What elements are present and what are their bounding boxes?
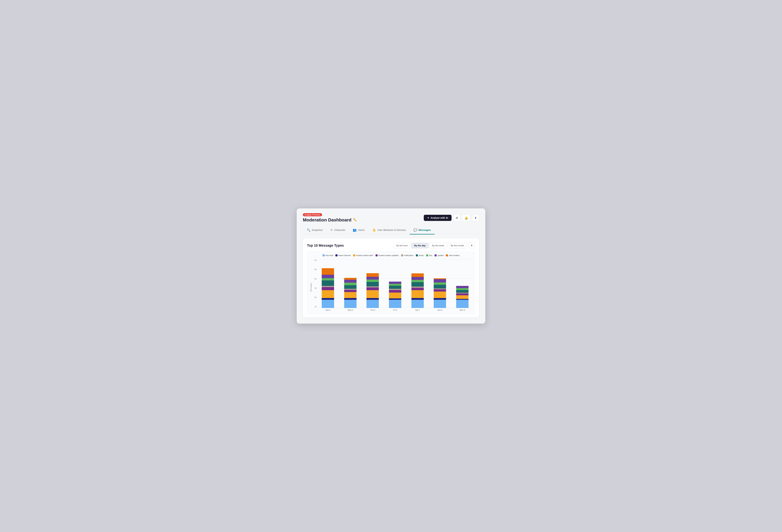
bar-segment: [389, 290, 401, 293]
messages-icon: 💬: [414, 228, 417, 232]
bar-segment: [434, 285, 446, 288]
chart-controls: By the hour By the day By the week By th…: [393, 242, 475, 249]
edit-icon[interactable]: ✏️: [353, 218, 357, 222]
tab-messages[interactable]: 💬 Messages: [410, 226, 435, 234]
users-icon: 👥: [353, 228, 357, 232]
filter-by-week[interactable]: By the week: [429, 243, 447, 249]
bar-segment: [322, 278, 334, 280]
bar-segment: [322, 287, 334, 290]
bar-segment: [389, 286, 401, 289]
tab-channels-label: Channels: [334, 228, 345, 231]
bar-segment: [389, 281, 401, 284]
bar-segment: [434, 282, 446, 285]
bar-segment: [344, 278, 357, 280]
y-label: 3K: [313, 287, 317, 289]
tab-users[interactable]: 👥 Users: [349, 226, 368, 234]
bar-group: Mon 9: [452, 281, 472, 311]
bar-segment: [344, 292, 357, 298]
analyze-button[interactable]: ✦ Analyze with AI: [424, 215, 452, 221]
time-filter-group: By the hour By the day By the week By th…: [393, 243, 467, 249]
bar-segment: [322, 280, 334, 286]
bar-x-label: Thu 5: [370, 309, 375, 311]
analyze-icon: ✦: [427, 217, 429, 219]
legend-item-notification: notification: [401, 254, 414, 256]
stacked-bar: [344, 269, 357, 308]
bar-segment: [322, 275, 334, 278]
bar-segment: [366, 279, 379, 282]
bar-segment: [344, 282, 357, 285]
stacked-bar: [322, 259, 334, 308]
bar-group: Sun 8: [430, 269, 450, 311]
chart-download-button[interactable]: ⬇: [468, 242, 475, 249]
bar-group: Fri 6: [385, 274, 405, 311]
top-bar: Insights Premium Moderation Dashboard ✏️…: [303, 213, 479, 223]
bar-x-label: Fri 6: [393, 309, 397, 311]
legend-item-leave-channel: leave-channel: [335, 254, 351, 256]
legend-color: [323, 254, 325, 256]
bar-segment: [412, 287, 424, 288]
bar-segment: [456, 294, 468, 295]
chart-wrapper: Messages 1K2K3K4K5K6K Sep 3Wed 4Thu 5Fri…: [310, 259, 472, 312]
bar-x-label: Sep 3: [325, 309, 330, 311]
download-icon: ⬇: [474, 216, 477, 220]
legend-color: [434, 254, 437, 256]
filter-by-hour[interactable]: By the hour: [393, 243, 411, 249]
legend-item-last.read: last.read: [323, 254, 333, 256]
bar-segment: [322, 290, 334, 298]
tab-user-behavior-label: User Behavior & Devices: [377, 228, 406, 231]
bar-x-label: Sun 8: [437, 309, 442, 311]
bar-segment: [412, 300, 424, 308]
bar-segment: [389, 298, 401, 300]
stacked-bar: [412, 264, 424, 308]
insights-premium-badge: Insights Premium: [303, 213, 322, 216]
y-label: 1K: [313, 306, 317, 308]
bar-segment: [366, 298, 379, 300]
bar-segment: [434, 289, 446, 292]
notifications-button[interactable]: 🔔: [462, 215, 470, 221]
bar-segment: [412, 273, 424, 277]
bar-segment: [322, 268, 334, 274]
chart-area: last.readleave-channellocation-status.al…: [307, 252, 475, 314]
bar-segment: [434, 300, 446, 308]
legend-color: [416, 254, 418, 256]
tab-snapshot[interactable]: 🔍 Snapshot: [303, 226, 326, 234]
bar-segment: [366, 287, 379, 288]
bar-segment: [366, 300, 379, 308]
bar-segment: [412, 277, 424, 280]
y-label: 4K: [313, 278, 317, 280]
tab-user-behavior[interactable]: 👆 User Behavior & Devices: [368, 226, 410, 234]
legend-color: [446, 254, 448, 256]
bar-group: Wed 4: [341, 269, 360, 311]
top-left: Insights Premium Moderation Dashboard ✏️: [303, 213, 357, 223]
filter-by-day[interactable]: By the day: [412, 243, 429, 249]
main-window: Insights Premium Moderation Dashboard ✏️…: [297, 208, 485, 324]
bar-segment: [322, 298, 334, 300]
legend-item-photo: photo: [416, 254, 424, 256]
bar-segment: [344, 285, 357, 289]
bar-x-label: Wed 4: [348, 309, 353, 311]
bar-segment: [389, 284, 401, 286]
bar-segment: [456, 300, 468, 308]
legend-color: [353, 254, 355, 256]
bar-segment: [389, 293, 401, 299]
bar-segment: [456, 290, 468, 293]
y-axis-title-wrapper: Messages: [310, 259, 313, 312]
analyze-label: Analyze with AI: [431, 217, 448, 219]
stacked-bar: [366, 264, 379, 308]
download-button[interactable]: ⬇: [472, 215, 479, 221]
bars-area: Sep 3Wed 4Thu 5Fri 6Sat 7Sun 8Mon 9: [318, 259, 472, 312]
bar-segment: [389, 300, 401, 308]
bar-segment: [344, 290, 357, 292]
bar-segment: [412, 290, 424, 298]
settings-button[interactable]: ⚙: [453, 215, 460, 221]
bar-x-label: Sat 7: [415, 309, 420, 311]
card-title: Top 10 Message Types: [307, 243, 344, 248]
bell-icon: 🔔: [465, 216, 468, 220]
bar-segment: [412, 298, 424, 300]
legend-item-location-status.updates: location-status.updates: [376, 254, 399, 256]
bar-segment: [344, 298, 357, 300]
legend-color: [426, 254, 428, 256]
tab-channels[interactable]: ⚛ Channels: [326, 226, 349, 234]
legend-item-visit.created: visit.created: [446, 254, 459, 256]
filter-by-month[interactable]: By the month: [448, 243, 467, 249]
